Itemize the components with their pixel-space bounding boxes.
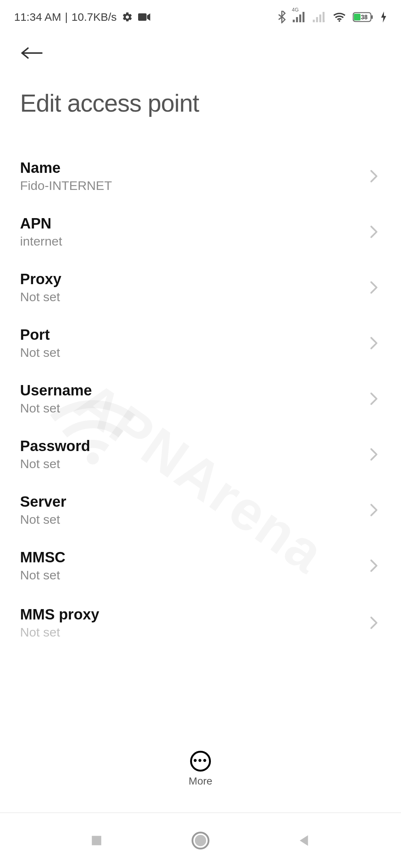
- chevron-right-icon: [370, 336, 378, 350]
- row-title: Username: [20, 382, 92, 399]
- status-bar: 11:34 AM | 10.7KB/s 4G x 38: [0, 0, 401, 26]
- row-title: MMSC: [20, 549, 65, 566]
- more-label: More: [189, 775, 212, 787]
- svg-rect-0: [138, 13, 147, 21]
- row-title: Port: [20, 326, 60, 343]
- status-right: 4G x 38: [278, 11, 387, 23]
- settings-list: Name Fido-INTERNET APN internet Proxy No…: [0, 117, 401, 641]
- nav-home-button[interactable]: [189, 829, 212, 852]
- status-divider: |: [65, 11, 68, 23]
- signal-none-icon: x: [313, 12, 326, 22]
- svg-rect-1: [293, 20, 295, 22]
- svg-rect-7: [319, 14, 321, 22]
- battery-icon: 38: [353, 11, 374, 23]
- status-left: 11:34 AM | 10.7KB/s: [14, 11, 151, 23]
- list-fade: [0, 724, 401, 739]
- svg-rect-3: [299, 14, 301, 22]
- svg-rect-13: [371, 15, 373, 19]
- svg-rect-6: [316, 17, 318, 22]
- chevron-right-icon: [370, 281, 378, 294]
- svg-point-19: [195, 835, 206, 846]
- row-title: Password: [20, 438, 90, 454]
- row-value: Not set: [20, 512, 66, 527]
- svg-rect-2: [296, 17, 298, 22]
- chevron-right-icon: [370, 448, 378, 461]
- row-title: Server: [20, 493, 66, 510]
- chevron-right-icon: [370, 225, 378, 239]
- row-title: Name: [20, 160, 112, 176]
- row-port[interactable]: Port Not set: [0, 315, 401, 371]
- header: Edit access point: [0, 26, 401, 117]
- row-proxy[interactable]: Proxy Not set: [0, 260, 401, 315]
- row-value: Not set: [20, 345, 60, 360]
- nav-back-button[interactable]: [293, 829, 316, 852]
- gear-icon: [122, 11, 133, 23]
- row-mms-proxy[interactable]: MMS proxy Not set: [0, 594, 401, 641]
- chevron-right-icon: [370, 170, 378, 183]
- row-username[interactable]: Username Not set: [0, 371, 401, 427]
- more-button[interactable]: •••: [190, 751, 211, 772]
- status-speed: 10.7KB/s: [72, 11, 117, 23]
- charging-icon: [381, 11, 387, 23]
- row-value: Not set: [20, 625, 99, 640]
- row-value: Not set: [20, 457, 90, 471]
- back-button[interactable]: [20, 44, 46, 62]
- wifi-icon: [333, 12, 346, 22]
- svg-rect-17: [92, 836, 101, 845]
- more-dots-icon: •••: [193, 755, 208, 766]
- row-value: internet: [20, 234, 62, 249]
- chevron-right-icon: [370, 503, 378, 517]
- svg-rect-12: [354, 14, 361, 20]
- svg-rect-5: [313, 20, 315, 22]
- svg-text:x: x: [323, 19, 325, 23]
- row-value: Not set: [20, 290, 61, 304]
- row-mmsc[interactable]: MMSC Not set: [0, 538, 401, 594]
- row-title: MMS proxy: [20, 606, 99, 623]
- status-time: 11:34 AM: [14, 11, 61, 23]
- page-title: Edit access point: [20, 89, 381, 117]
- navigation-bar: [0, 812, 401, 868]
- row-title: Proxy: [20, 271, 61, 287]
- row-server[interactable]: Server Not set: [0, 482, 401, 538]
- bluetooth-icon: [278, 11, 286, 23]
- svg-text:38: 38: [361, 14, 368, 20]
- svg-rect-4: [303, 12, 304, 22]
- signal-4g-icon: 4G: [293, 12, 306, 22]
- row-value: Not set: [20, 401, 92, 415]
- nav-recent-button[interactable]: [85, 829, 108, 852]
- row-apn[interactable]: APN internet: [0, 204, 401, 260]
- chevron-right-icon: [370, 559, 378, 572]
- bottom-action-bar: ••• More: [0, 751, 401, 787]
- row-value: Fido-INTERNET: [20, 178, 112, 193]
- svg-point-10: [339, 20, 340, 22]
- chevron-right-icon: [370, 616, 378, 629]
- row-value: Not set: [20, 568, 65, 582]
- network-badge: 4G: [292, 7, 299, 13]
- chevron-right-icon: [370, 392, 378, 405]
- camera-icon: [138, 13, 151, 22]
- row-password[interactable]: Password Not set: [0, 427, 401, 482]
- row-name[interactable]: Name Fido-INTERNET: [0, 148, 401, 204]
- row-title: APN: [20, 215, 62, 232]
